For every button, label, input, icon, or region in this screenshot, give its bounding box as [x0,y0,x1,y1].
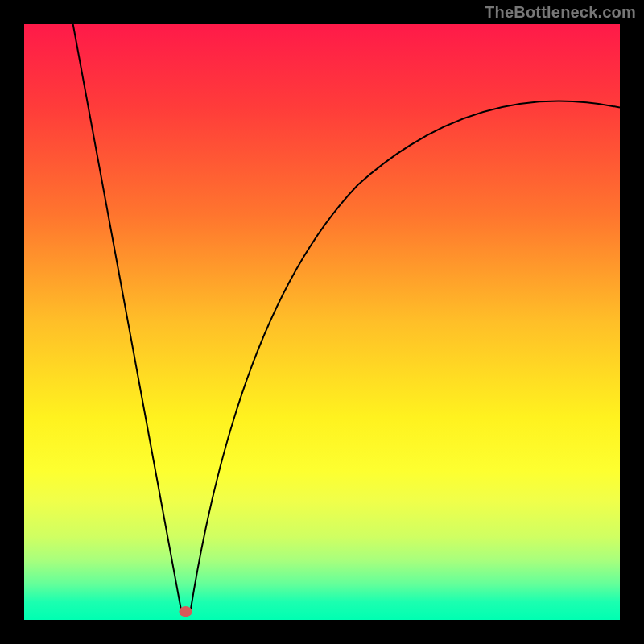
plot-area [24,24,620,620]
attribution-label: TheBottleneck.com [485,3,636,22]
chart-frame: TheBottleneck.com [0,0,644,644]
bottleneck-curve [24,24,620,620]
